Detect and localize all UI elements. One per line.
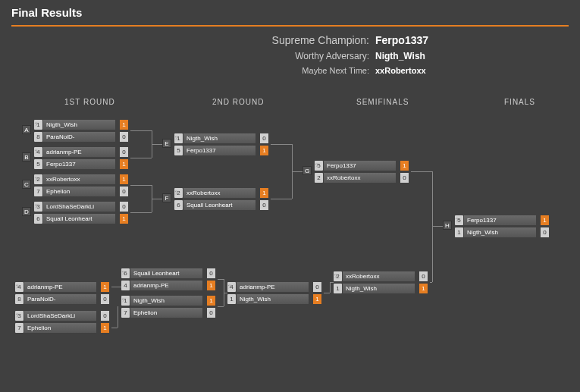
- score: 0: [419, 271, 428, 281]
- match-label: B: [22, 152, 31, 162]
- match-h[interactable]: H 5Ferpo1337𝄢1 1Nigth_Wish0: [455, 215, 549, 239]
- player-name: Ferpo1337: [464, 215, 536, 225]
- detail-icon: 𝄢: [34, 121, 42, 129]
- score: 1: [260, 188, 268, 198]
- player-name: ParaNoiD-: [43, 132, 115, 142]
- player-name: adrianmp-PE: [130, 281, 202, 290]
- match-label: G: [303, 166, 312, 175]
- match-a[interactable]: A 1Nigth_Wish𝄢1 8ParaNoiD-0: [34, 119, 128, 143]
- player-name: adrianmp-PE: [24, 282, 96, 292]
- player-name: Squall Leonheart: [183, 200, 256, 210]
- score: 0: [101, 311, 109, 321]
- match-b[interactable]: B 4adrianmp-PE𝄢0 5Ferpo13371: [34, 146, 128, 171]
- player-name: Ephelion: [24, 323, 96, 333]
- match-c[interactable]: C 2xxRobertoxx𝄢1 7Ephelion0: [34, 174, 128, 198]
- player-name: LordShaSeDarkLi: [24, 311, 96, 321]
- detail-icon: 𝄢: [15, 284, 23, 291]
- player-name: Nigth_Wish: [130, 296, 202, 306]
- match-label: H: [443, 221, 452, 230]
- seed: 1: [334, 284, 342, 293]
- player-name: xxRobertoxx: [183, 188, 256, 198]
- score: 0: [541, 227, 549, 237]
- player-name: Squall Leonheart: [130, 268, 202, 278]
- player-name: Nigth_Wish: [237, 294, 309, 304]
- seed: 7: [121, 308, 130, 318]
- score: 1: [120, 214, 128, 224]
- detail-icon: 𝄢: [34, 176, 42, 183]
- champ-value: Ferpo1337: [375, 34, 444, 46]
- match-l1[interactable]: 4adrianmp-PE𝄢1 8ParaNoiD-0: [15, 281, 109, 306]
- player-name: Squall Leonheart: [43, 214, 115, 224]
- detail-icon: 𝄢: [34, 149, 42, 156]
- rh-1: 1ST ROUND: [64, 98, 115, 106]
- player-name: adrianmp-PE: [43, 147, 115, 157]
- match-label: A: [22, 125, 31, 134]
- score: 1: [313, 294, 321, 304]
- match-label: C: [22, 180, 31, 189]
- score: 1: [120, 120, 128, 130]
- player-name: Nigth_Wish: [183, 133, 256, 143]
- player-name: Ephelion: [130, 308, 202, 318]
- detail-icon: 𝄢: [455, 217, 462, 224]
- adversary-value: Nigth_Wish: [375, 51, 444, 61]
- match-label: E: [162, 139, 171, 148]
- player-name: xxRobertoxx: [43, 174, 115, 184]
- seed: 4: [121, 281, 130, 290]
- rh-2: 2ND ROUND: [212, 98, 264, 106]
- score: 0: [207, 268, 215, 278]
- seed: 5: [34, 159, 42, 169]
- player-name: Ferpo1337: [324, 161, 396, 171]
- player-name: LordShaSeDarkLi: [43, 202, 115, 212]
- match-l6[interactable]: 2xxRobertoxx𝄢0 1Nigth_Wish1: [334, 271, 428, 295]
- score: 0: [260, 133, 268, 143]
- score: 0: [120, 202, 128, 212]
- score: 1: [120, 174, 128, 184]
- seed: 1: [455, 227, 463, 237]
- match-g[interactable]: G 5Ferpo1337𝄢1 2xxRobertoxx0: [315, 160, 409, 184]
- detail-icon: 𝄢: [174, 135, 182, 143]
- detail-icon: 𝄢: [34, 203, 42, 211]
- seed: 6: [174, 200, 183, 210]
- adversary-label: Worthy Adversary:: [295, 51, 369, 61]
- player-name: xxRobertoxx: [343, 271, 415, 281]
- player-name: ParaNoiD-: [24, 294, 96, 304]
- score: 1: [207, 281, 215, 290]
- seed: 1: [227, 294, 236, 304]
- seed: 5: [174, 146, 183, 155]
- match-l4[interactable]: 1Nigth_Wish𝄢1 7Ephelion0: [121, 295, 215, 319]
- detail-icon: 𝄢: [15, 312, 23, 320]
- score: 1: [260, 146, 268, 155]
- detail-icon: 𝄢: [227, 284, 235, 291]
- score: 0: [207, 308, 215, 318]
- score: 0: [120, 147, 128, 157]
- divider: [11, 25, 569, 27]
- score: 0: [260, 200, 268, 210]
- match-l2[interactable]: 3LordShaSeDarkLi𝄢0 7Ephelion1: [15, 310, 109, 334]
- score: 1: [120, 159, 128, 169]
- page-title: Final Results: [0, 0, 580, 25]
- detail-icon: 𝄢: [315, 162, 322, 170]
- player-name: Ferpo1337: [183, 146, 256, 155]
- match-l5[interactable]: 4adrianmp-PE𝄢0 1Nigth_Wish1: [227, 281, 321, 306]
- seed: 2: [315, 173, 323, 183]
- champ-label: Supreme Champion:: [272, 34, 369, 46]
- seed: 7: [34, 187, 42, 196]
- rh-sf: SEMIFINALS: [356, 98, 409, 106]
- match-d[interactable]: D 3LordShaSeDarkLi𝄢0 6Squall Leonheart1: [34, 201, 128, 225]
- round-headers: 1ST ROUND 2ND ROUND SEMIFINALS FINALS: [0, 98, 580, 113]
- bracket: A 1Nigth_Wish𝄢1 8ParaNoiD-0 B 4adrianmp-…: [0, 113, 580, 386]
- rh-f: FINALS: [504, 98, 535, 106]
- match-l3[interactable]: 6Squall Leonheart𝄢0 4adrianmp-PE1: [121, 268, 215, 292]
- match-f[interactable]: F 2xxRobertoxx𝄢1 6Squall Leonheart0: [174, 187, 268, 212]
- player-name: Ferpo1337: [43, 159, 115, 169]
- score: 1: [101, 323, 109, 333]
- detail-icon: 𝄢: [121, 270, 129, 278]
- score: 1: [207, 296, 215, 306]
- score: 1: [101, 282, 109, 292]
- seed: 7: [15, 323, 24, 333]
- third-value: xxRobertoxx: [375, 66, 444, 75]
- seed: 6: [34, 214, 42, 224]
- match-e[interactable]: E 1Nigth_Wish𝄢0 5Ferpo13371: [174, 133, 268, 157]
- score: 0: [120, 132, 128, 142]
- detail-icon: 𝄢: [174, 190, 182, 197]
